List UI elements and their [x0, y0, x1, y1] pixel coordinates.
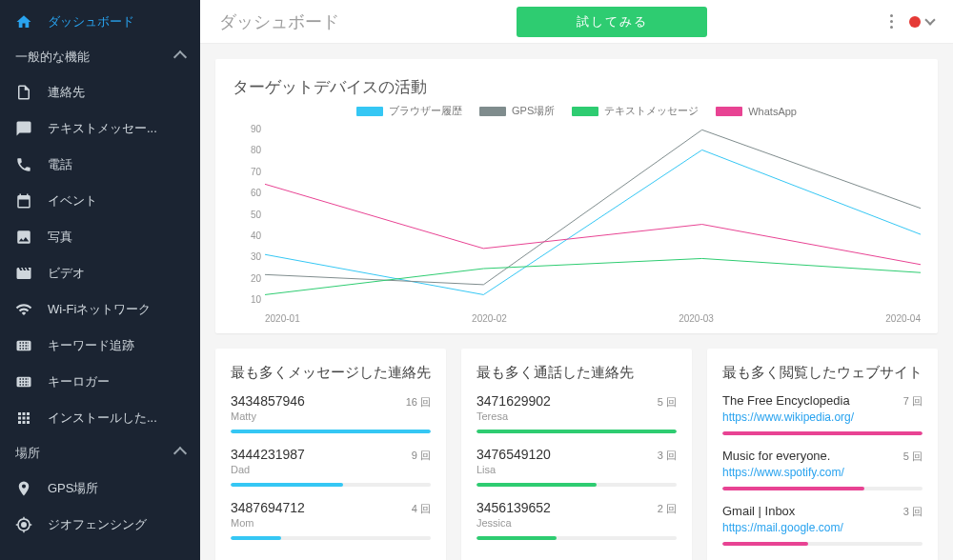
- video-icon: [15, 265, 32, 282]
- chevron-up-icon: [173, 447, 187, 460]
- contact-number: 3444231987: [231, 447, 305, 462]
- contact-name: Mom: [231, 517, 431, 529]
- site-url[interactable]: https://mail.google.com/: [722, 521, 923, 534]
- sidebar-item[interactable]: イベント: [0, 183, 200, 219]
- image-icon: [15, 229, 32, 246]
- legend-item[interactable]: ブラウザー履歴: [356, 104, 462, 118]
- language-selector[interactable]: [909, 16, 934, 28]
- legend-item[interactable]: WhatsApp: [716, 104, 797, 118]
- message-icon: [15, 120, 32, 137]
- list-item[interactable]: 34561396522 回Jessica: [476, 500, 677, 540]
- chevron-down-icon: [924, 14, 935, 25]
- wifi-icon: [15, 301, 32, 318]
- sidebar-item-label: キーロガー: [48, 373, 185, 390]
- site-title: Music for everyone.: [722, 449, 830, 463]
- contact-name: Jessica: [476, 517, 677, 529]
- list-item[interactable]: 34442319879 回Dad: [231, 447, 431, 487]
- bottom-row: 最も多くメッセージした連絡先 343485794616 回Matty344423…: [215, 349, 938, 560]
- card-title: 最も多くメッセージした連絡先: [231, 364, 431, 382]
- sidebar-item-label: テキストメッセー...: [48, 120, 185, 137]
- contact-number: 3471629902: [476, 393, 551, 409]
- apps-icon: [15, 410, 32, 427]
- contact-name: Matty: [231, 410, 431, 422]
- site-title: The Free Encyclopedia: [722, 393, 850, 408]
- legend-item[interactable]: テキストメッセージ: [572, 104, 699, 118]
- main: ダッシュボード 試してみる ターゲットデバイスの活動 ブラウザー履歴GPS場所テ…: [200, 0, 953, 560]
- top-messages-card: 最も多くメッセージした連絡先 343485794616 回Matty344423…: [215, 349, 446, 560]
- chart-title: ターゲットデバイスの活動: [233, 76, 921, 98]
- contact-number: 3487694712: [231, 500, 305, 515]
- sidebar-item[interactable]: キーロガー: [0, 364, 200, 400]
- contact-count: 16 回: [406, 395, 431, 410]
- pin-icon: [15, 480, 32, 497]
- sidebar: ダッシュボード 一般的な機能 連絡先テキストメッセー...電話イベント写真ビデオ…: [0, 0, 200, 560]
- sidebar-item-label: Wi-Fiネットワーク: [48, 301, 185, 318]
- contact-number: 3434857946: [231, 393, 305, 409]
- sidebar-group-location[interactable]: 場所: [0, 436, 200, 470]
- sidebar-item-label: 電話: [48, 156, 185, 173]
- sidebar-item[interactable]: キーワード追跡: [0, 328, 200, 364]
- keyboard-icon: [15, 337, 32, 354]
- sidebar-item-label: GPS場所: [48, 480, 185, 497]
- sidebar-item-label: インストールした...: [48, 410, 185, 427]
- activity-chart-card: ターゲットデバイスの活動 ブラウザー履歴GPS場所テキストメッセージWhatsA…: [215, 59, 938, 333]
- list-item[interactable]: 34876947124 回Mom: [231, 500, 431, 540]
- site-count: 3 回: [903, 505, 923, 519]
- sidebar-label: ダッシュボード: [48, 13, 185, 30]
- page-title: ダッシュボード: [219, 10, 339, 33]
- sidebar-item-dashboard[interactable]: ダッシュボード: [0, 4, 200, 40]
- chart-legend: ブラウザー履歴GPS場所テキストメッセージWhatsApp: [233, 104, 921, 118]
- list-item[interactable]: Music for everyone.5 回https://www.spotif…: [722, 449, 923, 490]
- site-title: Gmail | Inbox: [722, 504, 795, 518]
- contact-count: 5 回: [658, 395, 677, 410]
- contact-count: 4 回: [412, 502, 431, 516]
- chevron-up-icon: [173, 50, 187, 64]
- try-button[interactable]: 試してみる: [517, 7, 707, 37]
- contact-name: Dad: [231, 464, 431, 475]
- list-item[interactable]: The Free Encyclopedia7 回https://www.wiki…: [722, 393, 923, 435]
- sidebar-group-general[interactable]: 一般的な機能: [0, 40, 200, 74]
- contact-name: Lisa: [476, 464, 677, 475]
- sidebar-item[interactable]: GPS場所: [0, 470, 200, 507]
- sidebar-item-label: ジオフェンシング: [48, 516, 185, 533]
- topbar: ダッシュボード 試してみる: [200, 0, 953, 44]
- home-icon: [15, 13, 32, 30]
- contact-count: 9 回: [412, 449, 431, 463]
- site-count: 5 回: [903, 450, 923, 464]
- sidebar-item[interactable]: 連絡先: [0, 74, 200, 110]
- site-url[interactable]: https://www.spotify.com/: [722, 466, 923, 479]
- chart-area: 908070605040302010 2020-012020-022020-03…: [233, 124, 921, 324]
- top-calls-card: 最も多く通話した連絡先 34716299025 回Teresa347654912…: [461, 349, 692, 560]
- contact-count: 3 回: [658, 449, 677, 463]
- card-title: 最も多く閲覧したウェブサイト: [722, 364, 923, 382]
- sidebar-item[interactable]: インストールした...: [0, 400, 200, 436]
- group-label: 一般的な機能: [15, 49, 90, 66]
- sidebar-item-label: キーワード追跡: [48, 337, 185, 354]
- site-count: 7 回: [903, 394, 923, 409]
- sidebar-item-label: イベント: [48, 192, 185, 210]
- list-item[interactable]: Gmail | Inbox3 回https://mail.google.com/: [722, 504, 923, 546]
- contact-name: Teresa: [476, 410, 677, 422]
- x-axis: 2020-012020-022020-032020-04: [265, 313, 921, 324]
- sidebar-item[interactable]: ビデオ: [0, 255, 200, 291]
- keyboard-icon: [15, 373, 32, 390]
- group-label: 場所: [15, 445, 40, 462]
- list-item[interactable]: 34716299025 回Teresa: [476, 393, 677, 433]
- sidebar-item-label: ビデオ: [48, 265, 185, 282]
- chart-plot: [265, 124, 921, 305]
- legend-item[interactable]: GPS場所: [479, 104, 555, 118]
- list-item[interactable]: 343485794616 回Matty: [231, 393, 431, 433]
- card-title: 最も多く通話した連絡先: [476, 364, 677, 382]
- list-item[interactable]: 34765491203 回Lisa: [476, 447, 677, 487]
- site-url[interactable]: https://www.wikipedia.org/: [722, 410, 923, 424]
- top-websites-card: 最も多く閲覧したウェブサイト The Free Encyclopedia7 回h…: [707, 349, 938, 560]
- calendar-icon: [15, 192, 32, 210]
- sidebar-item[interactable]: テキストメッセー...: [0, 110, 200, 147]
- sidebar-item[interactable]: 写真: [0, 219, 200, 255]
- sidebar-item[interactable]: ジオフェンシング: [0, 507, 200, 543]
- more-menu-icon[interactable]: [884, 14, 898, 29]
- phone-icon: [15, 156, 32, 173]
- sidebar-item[interactable]: Wi-Fiネットワーク: [0, 291, 200, 328]
- sidebar-item[interactable]: 電話: [0, 147, 200, 183]
- contact-number: 3476549120: [476, 447, 551, 462]
